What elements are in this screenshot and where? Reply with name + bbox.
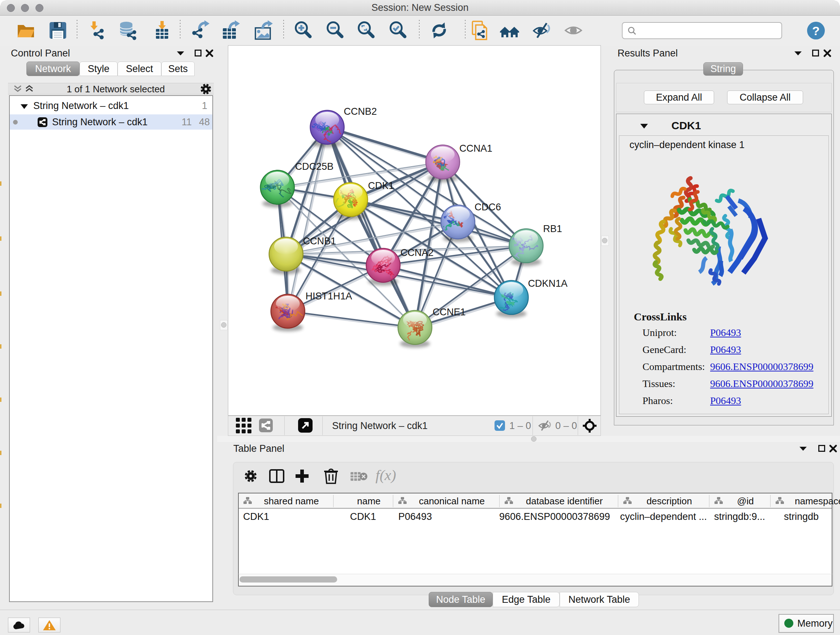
- svg-text:CCNB1: CCNB1: [303, 236, 336, 247]
- svg-text:CDKN1A: CDKN1A: [528, 278, 567, 289]
- svg-text:CDC6: CDC6: [475, 202, 501, 212]
- svg-text:CCNA2: CCNA2: [401, 247, 433, 258]
- svg-text:CCNB2: CCNB2: [344, 106, 377, 117]
- svg-text:RB1: RB1: [543, 223, 562, 234]
- svg-text:CCNA1: CCNA1: [459, 143, 493, 154]
- svg-text:CDC25B: CDC25B: [295, 161, 333, 172]
- svg-text:HIST1H1A: HIST1H1A: [306, 291, 352, 302]
- svg-text:CDK1: CDK1: [368, 180, 394, 191]
- svg-text:CCNE1: CCNE1: [433, 307, 466, 318]
